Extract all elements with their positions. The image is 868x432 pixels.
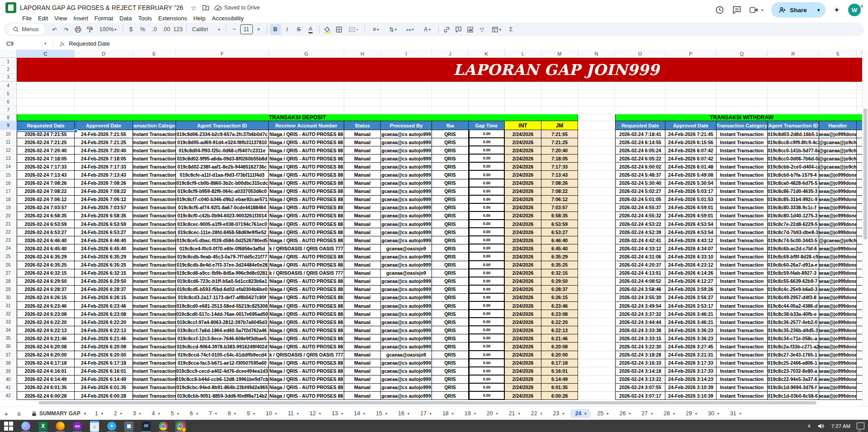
deposit-cell[interactable]: 24-Feb-2026 6:22:13 — [75, 326, 133, 334]
sheet-tab-9[interactable]: 9▾ — [242, 409, 259, 418]
deposit-cell[interactable]: 2/24/2026 — [505, 269, 541, 277]
deposit-cell[interactable]: gcaeaa@cs autojo999 — [381, 334, 432, 343]
empty-cell[interactable] — [176, 90, 269, 98]
deposit-cell[interactable]: 019c8cca-fac3-b671-ae12-f30507595a60 — [176, 359, 269, 367]
comment-history-icon[interactable] — [732, 5, 741, 14]
deposit-cell[interactable]: QRIS — [432, 138, 469, 146]
empty-cell[interactable] — [615, 82, 665, 90]
deposit-cell[interactable]: Niaga / QRIS - AUTO PROSES 88 — [269, 384, 344, 392]
deposit-cell[interactable]: Manual — [344, 302, 381, 310]
deposit-cell[interactable]: Manual — [344, 138, 381, 146]
deposit-cell[interactable]: Manual — [344, 334, 381, 343]
deposit-cell[interactable]: 2026-02-24 6:14:49 — [17, 376, 75, 384]
deposit-cell[interactable]: gcaeaa@cs autojo999 — [381, 376, 432, 384]
withdraw-cell[interactable]: Instant Transaction — [716, 326, 768, 334]
deposit-header-status[interactable]: Status — [344, 121, 381, 130]
deposit-cell[interactable]: Niaga / QRIS - AUTO PROSES 88 — [269, 334, 344, 343]
deposit-cell[interactable]: 24-Feb-2026 7:17:33 — [75, 163, 133, 171]
withdraw-cell[interactable]: 019c8c60-26a7-d91a-e — [768, 261, 819, 269]
deposit-cell[interactable]: Instant Transaction — [133, 253, 176, 261]
deposit-cell[interactable]: gcaeaa@oasisjo9 — [381, 351, 432, 359]
withdraw-cell[interactable]: Instant Transaction — [716, 334, 768, 343]
deposit-cell[interactable]: Instant Transaction — [133, 384, 176, 392]
redo-button[interactable]: ↷ — [61, 24, 72, 35]
insert-chart-button[interactable] — [465, 24, 476, 35]
deposit-cell[interactable]: QRIS — [432, 310, 469, 318]
deposit-cell[interactable]: 0.00 — [469, 188, 505, 196]
deposit-cell[interactable]: 2026-02-24 6:32:15 — [17, 269, 75, 277]
empty-cell[interactable] — [344, 90, 381, 98]
deposit-cell[interactable]: Instant Transaction — [133, 302, 176, 310]
deposit-cell[interactable]: Manual — [344, 351, 381, 359]
sheet-tab-8[interactable]: 8▾ — [223, 409, 240, 418]
deposit-cell[interactable]: Instant Transaction — [133, 359, 176, 367]
deposit-cell[interactable]: QRIS — [432, 269, 469, 277]
deposit-cell[interactable]: QRIS — [432, 179, 469, 188]
row-header[interactable]: 41 — [0, 384, 17, 392]
deposit-cell[interactable]: 2/24/2026 — [505, 204, 541, 212]
deposit-cell[interactable]: Instant Transaction — [133, 286, 176, 294]
withdraw-cell[interactable]: aeaa@jo999dona — [819, 269, 857, 277]
deposit-cell[interactable]: 24-Feb-2026 6:20:00 — [75, 351, 133, 359]
sheet-tab-4[interactable]: 4▾ — [147, 409, 165, 418]
withdraw-cell[interactable]: @gcaeaa@jo9ch — [819, 138, 857, 146]
hide-menus-chevron[interactable]: ∧ — [860, 3, 863, 9]
deposit-cell[interactable]: 2026-02-24 6:01:35 — [17, 384, 75, 392]
withdraw-cell[interactable]: 24-Feb-2026 3:27:45 — [665, 343, 716, 351]
withdraw-cell[interactable]: 24-Feb-2026 4:53:54 — [665, 220, 716, 228]
avatar[interactable]: W — [848, 4, 861, 16]
column-header-Q[interactable]: Q — [716, 50, 768, 58]
row-header[interactable]: 16 — [0, 179, 17, 188]
deposit-cell[interactable]: 2/24/2026 — [505, 286, 541, 294]
deposit-cell[interactable]: 2/24/2026 — [505, 392, 541, 400]
deposit-cell[interactable]: Manual — [344, 367, 381, 376]
empty-cell[interactable] — [505, 106, 541, 114]
deposit-cell[interactable]: gcaeaa@cs autojo999 — [381, 179, 432, 188]
deposit-cell[interactable]: Manual — [344, 253, 381, 261]
withdraw-cell[interactable]: 019c8c80-3338-9c1c-f — [768, 204, 819, 212]
start-button[interactable] — [3, 421, 14, 432]
withdraw-cell[interactable]: Instant Transaction — [716, 212, 768, 220]
deposit-cell[interactable]: 24-Feb-2026 6:58:35 — [75, 212, 133, 220]
title-banner-cell[interactable]: LAPORAN GAP JOIN999 — [17, 58, 868, 82]
row-header[interactable]: 39 — [0, 367, 17, 376]
deposit-cell[interactable]: Manual — [344, 294, 381, 302]
withdraw-cell[interactable]: 2026-02-24 3:58:46 — [615, 286, 665, 294]
withdraw-cell[interactable]: 24-Feb-2026 3:17:33 — [665, 359, 716, 367]
deposit-cell[interactable]: 0.00 — [469, 253, 505, 261]
column-header-I[interactable]: I — [381, 50, 432, 58]
filter-views-button[interactable]: ▾ — [489, 24, 505, 35]
empty-cell[interactable] — [578, 146, 615, 155]
deposit-cell[interactable]: 2/24/2026 — [505, 326, 541, 334]
deposit-cell[interactable]: 2/24/2026 — [505, 196, 541, 204]
deposit-cell[interactable]: 24-Feb-2026 6:23:46 — [75, 302, 133, 310]
deposit-cell[interactable]: Manual — [344, 228, 381, 236]
deposit-cell[interactable]: 2026-02-24 7:03:57 — [17, 204, 75, 212]
deposit-cell[interactable]: 24-Feb-2026 7:18:05 — [75, 155, 133, 163]
deposit-cell[interactable]: 2026-02-24 6:28:37 — [17, 286, 75, 294]
deposit-cell[interactable]: 0.00 — [469, 392, 505, 400]
withdraw-cell[interactable]: @gcaeaa@jo9ch — [819, 163, 857, 171]
deposit-cell[interactable]: 2/24/2026 — [505, 138, 541, 146]
withdraw-cell[interactable]: 24-Feb-2026 4:33:10 — [665, 253, 716, 261]
fill-color-button[interactable] — [322, 24, 333, 35]
withdraw-cell[interactable]: aeaa@jo999dona — [819, 326, 857, 334]
withdraw-cell[interactable]: 2026-02-24 6:14:55 — [615, 138, 665, 146]
deposit-cell[interactable]: 2026-02-24 6:20:08 — [17, 343, 75, 351]
empty-cell[interactable] — [578, 228, 615, 236]
withdraw-cell[interactable]: 24-Feb-2026 3:36:23 — [665, 334, 716, 343]
deposit-cell[interactable]: Instant Transaction — [133, 269, 176, 277]
empty-cell[interactable] — [17, 98, 75, 106]
empty-cell[interactable] — [541, 82, 578, 90]
empty-cell[interactable] — [578, 318, 615, 326]
withdraw-cell[interactable]: 24-Feb-2026 3:56:27 — [665, 294, 716, 302]
deposit-cell[interactable]: 019c8ccf-97a4-8063-2812-397b7a6045d3 — [176, 318, 269, 326]
row-header[interactable]: 27 — [0, 269, 17, 277]
deposit-cell[interactable]: QRIS — [432, 220, 469, 228]
withdraw-cell[interactable]: aeaa@jo999dona — [819, 196, 857, 204]
deposit-cell[interactable]: QRIS — [432, 359, 469, 367]
deposit-cell[interactable]: Niaga / QRIS - AUTO PROSES 88 — [269, 188, 344, 196]
deposit-cell[interactable]: 0.00 — [469, 310, 505, 318]
deposit-cell[interactable]: Manual — [344, 318, 381, 326]
sheet-tab-7[interactable]: 7▾ — [204, 409, 222, 418]
